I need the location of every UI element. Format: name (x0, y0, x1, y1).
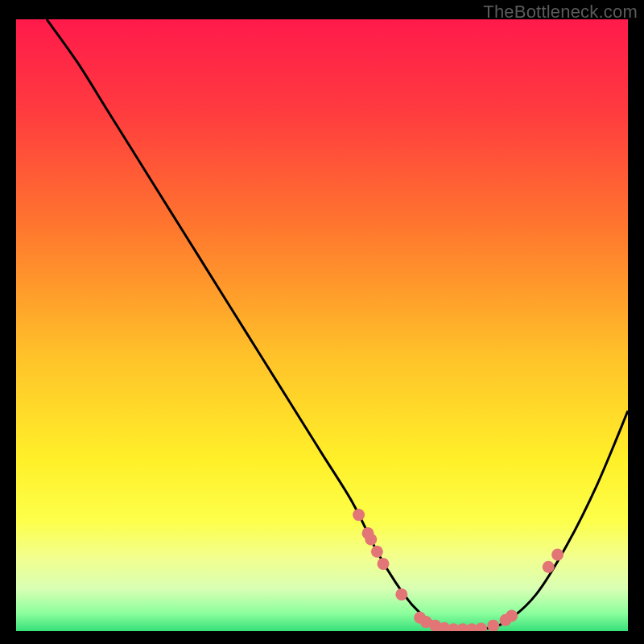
data-point-marker (378, 558, 390, 570)
plot-area (16, 19, 628, 631)
data-point-marker (551, 549, 564, 561)
data-point-marker (487, 620, 499, 631)
data-point-marker (506, 610, 518, 622)
data-point-marker (365, 534, 377, 546)
data-point-marker (543, 561, 555, 573)
bottleneck-chart (16, 19, 628, 631)
chart-frame: TheBottleneck.com (0, 0, 644, 644)
data-point-marker (371, 546, 383, 558)
watermark-label: TheBottleneck.com (483, 2, 638, 23)
data-point-marker (395, 588, 407, 601)
data-point-marker (353, 509, 365, 521)
